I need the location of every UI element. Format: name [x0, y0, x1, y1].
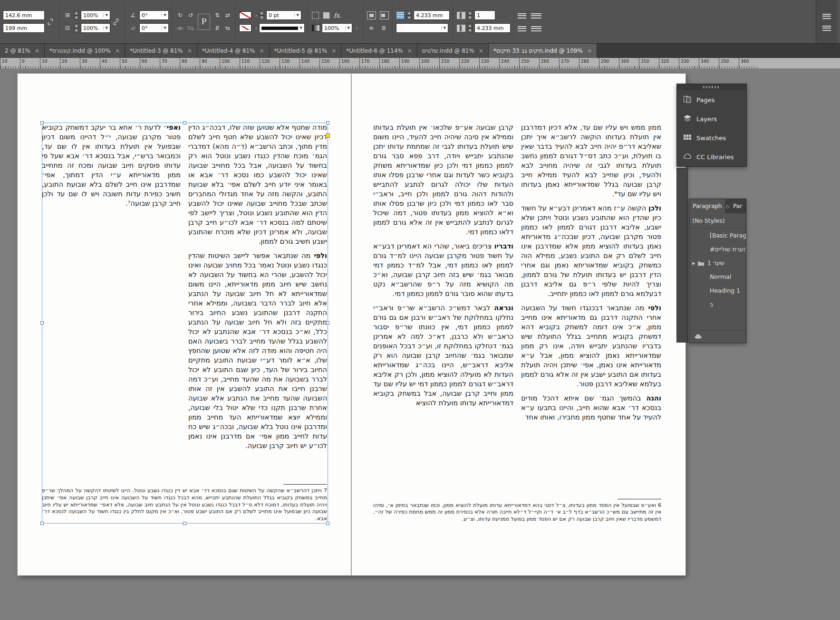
document-tab[interactable]: *Untitled-5 @ 81% × — [270, 44, 342, 58]
height-field[interactable]: 199 mm — [3, 23, 45, 33]
document-tab[interactable]: *Untitled-3 @ 81% × — [125, 44, 197, 58]
tab-close-icon[interactable]: × — [35, 48, 39, 54]
rotate-cw-button[interactable]: ↻ — [176, 11, 184, 19]
inset-stepper[interactable]: ▲▼ — [406, 10, 412, 20]
columns-stepper[interactable]: ▲▼ — [467, 10, 473, 20]
flip-vertical-button[interactable]: ▽△ — [186, 24, 195, 32]
tab-character-styles[interactable]: Par — [730, 199, 745, 213]
tab-close-icon[interactable]: × — [587, 48, 592, 54]
page-right[interactable]: ממון ממש ויש עליו שם עד, אלא דכיון דמדרב… — [351, 74, 686, 575]
panel-button-swatches[interactable]: Swatches — [677, 128, 746, 147]
columns-field[interactable]: 1 — [474, 10, 495, 20]
scale-y-field[interactable]: 100%▼ — [81, 23, 110, 33]
object-style-dropdown[interactable]: ▼ — [396, 23, 448, 33]
reference-point-proxy[interactable]: P — [198, 14, 210, 30]
tab-close-icon[interactable]: × — [115, 48, 120, 54]
paragraph-panel-icon[interactable] — [822, 13, 831, 19]
document-tab[interactable]: 2 @ 81% × — [0, 44, 45, 58]
ruler-number: 310 — [639, 58, 659, 68]
page-left[interactable]: מודה שחטף אלא שטוען שזה שלו, דבכה״ג הדין… — [18, 74, 351, 575]
fill-color-chevron[interactable]: › — [253, 10, 259, 20]
flip-horizontal-button[interactable]: ◁▷ — [176, 24, 184, 32]
style-row-normal[interactable]: Normal — [689, 270, 746, 284]
scale-x-field[interactable]: 100%▼ — [81, 10, 110, 20]
align-top-icon[interactable]: ≡ — [367, 24, 376, 32]
tab-close-icon[interactable]: × — [331, 48, 336, 54]
tab-close-icon[interactable]: × — [407, 48, 412, 54]
footnote-block: 6 ואע״פ שבפועל אין הפסד ממון בעדותו, צ״ל… — [373, 499, 661, 523]
right-page-text-frame[interactable]: ממון ממש ויש עליו שם עד, אלא דכיון דמדרב… — [373, 123, 661, 523]
character-panel-icon[interactable] — [822, 25, 831, 31]
left-page-text-frame[interactable]: מודה שחטף אלא שטוען שזה שלו, דבכה״ג הדין… — [42, 123, 327, 523]
opacity-field[interactable]: 100%▼ — [322, 23, 352, 33]
panel-button-layers[interactable]: Layers — [677, 109, 746, 128]
style-row-no-styles[interactable]: (No Styles) — [689, 213, 746, 229]
document-tab[interactable]: *תיקים גב 33 תיקים.indd @ 109% × — [489, 44, 597, 58]
scale-x-stepper[interactable]: ▲▼ — [74, 10, 79, 20]
stroke-color-chevron[interactable]: › — [253, 23, 259, 33]
tab-paragraph-styles[interactable]: Paragraph — [689, 199, 725, 213]
style-row-heading-1[interactable]: Heading 1 — [689, 284, 746, 297]
shear-angle-field[interactable]: 0°▼ — [139, 23, 169, 33]
corner-options-icon[interactable] — [312, 12, 319, 19]
gutter-field[interactable]: 4.233 mm — [474, 23, 511, 33]
ruler-number: 40 — [100, 58, 120, 68]
stroke-weight-field[interactable]: 0 pt▼ — [266, 10, 301, 20]
panel-footer — [689, 330, 746, 343]
stroke-weight-stepper[interactable]: ▲▼ — [259, 10, 264, 20]
style-group-shaar[interactable]: ▸ שער 1 — [689, 256, 746, 270]
cloud-sync-icon[interactable] — [694, 334, 702, 340]
horizontal-ruler[interactable]: 1001020304050607080901001101201301401501… — [0, 58, 840, 69]
fill-color-swatch[interactable] — [239, 11, 251, 19]
panel-tab-separator-icon: ◇ — [725, 199, 730, 213]
align-horizontal-icon[interactable]: ⇆ — [223, 24, 232, 32]
tab-close-icon[interactable]: × — [259, 48, 264, 54]
chevron-expand-icon[interactable]: ▸ — [692, 259, 697, 267]
ruler-number: 360 — [739, 58, 759, 68]
ruler-number: 270 — [559, 58, 579, 68]
align-vertical-icon[interactable]: ⇵ — [213, 24, 222, 32]
width-field[interactable]: 142.6 mm — [3, 10, 45, 20]
style-row-footnote[interactable]: הערת שוליים# — [689, 242, 746, 256]
document-tab[interactable]: שלטים.indd @ 81% × — [417, 44, 489, 58]
paragraph-spacing-icon[interactable] — [531, 25, 541, 31]
scale-y-stepper[interactable]: ▲▼ — [74, 23, 79, 33]
pasteboard[interactable]: מודה שחטף אלא שטוען שזה שלו, דבכה״ג הדין… — [0, 68, 840, 620]
document-tab[interactable]: *Untitled-6 @ 114% × — [341, 44, 417, 58]
tab-label: שלטים.indd @ 81% — [422, 48, 474, 54]
text-column-left: ואפי׳ לדעת ר׳ אחא בר יעקב דמשחק בקוביא פ… — [42, 123, 181, 475]
text-wrap-around-icon[interactable] — [380, 11, 389, 19]
distribute-horizontal-icon[interactable]: ⇄ — [223, 11, 232, 19]
style-row-basic-paragraph[interactable]: [Basic Paragraph] — [689, 229, 746, 242]
paragraph-justify-icon[interactable] — [518, 12, 526, 19]
tab-label: *Untitled-3 @ 81% — [130, 48, 183, 54]
paragraph-align-icon[interactable] — [531, 12, 541, 19]
corner-shape-icon[interactable] — [323, 12, 330, 19]
stroke-type-dropdown[interactable]: ▼ — [259, 23, 305, 33]
constrain-dimensions-icon[interactable] — [46, 18, 55, 26]
panel-grip[interactable] — [677, 84, 746, 90]
inset-field[interactable]: 4.233 mm — [414, 10, 450, 20]
panel-button-cc-libraries[interactable]: CC Libraries — [677, 147, 746, 166]
paragraph: ולכן הקשה ע״ז מהא דאמרינן דבע״א על חשוד … — [521, 203, 661, 298]
tab-close-icon[interactable]: × — [187, 48, 192, 54]
stroke-color-swatch[interactable] — [239, 24, 251, 32]
gutter-stepper[interactable]: ▲▼ — [467, 23, 473, 33]
opacity-chevron[interactable]: › — [354, 23, 360, 33]
rotation-angle-icon: ∠ — [129, 11, 137, 19]
style-row-bet[interactable]: ב — [689, 297, 746, 311]
tab-label: *תיקים גב 33 תיקים.indd @ 109% — [493, 48, 583, 54]
document-tab[interactable]: *קונטרס.indd @ 100% × — [45, 44, 125, 58]
tab-close-icon[interactable]: × — [479, 48, 483, 54]
text-frame-inset-icon[interactable] — [396, 11, 405, 19]
document-tab[interactable]: *Untitled-4 @ 81% × — [197, 44, 270, 58]
paragraph-indent-icon[interactable] — [518, 25, 526, 31]
panel-button-pages[interactable]: Pages — [677, 90, 746, 109]
rotate-ccw-button[interactable]: ↺ — [186, 11, 195, 19]
align-bottom-icon[interactable]: ≣ — [379, 24, 388, 32]
distribute-vertical-icon[interactable]: ⇅ — [213, 11, 222, 19]
text-wrap-off-icon[interactable] — [367, 11, 376, 19]
effects-button[interactable]: fx. — [334, 12, 341, 19]
constrain-scale-link-icon[interactable] — [112, 18, 120, 26]
rotation-angle-field[interactable]: 0°▼ — [139, 10, 169, 20]
